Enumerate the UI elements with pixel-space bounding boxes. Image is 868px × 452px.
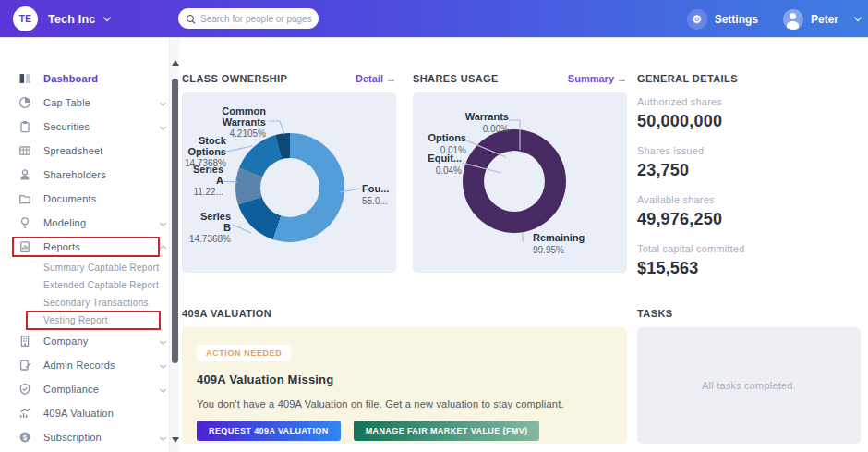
class-ownership-chart: Fou...55.0...SeriesB14.7368%SeriesA11.22… xyxy=(182,92,396,273)
sidebar-item-409a-valuation[interactable]: 409A Valuation xyxy=(0,401,181,425)
sidebar-item-label: Company xyxy=(43,336,88,347)
modeling-icon xyxy=(18,216,31,229)
settings-label: Settings xyxy=(715,13,758,26)
search-icon xyxy=(187,15,195,23)
search-input[interactable] xyxy=(200,14,319,24)
sidebar-item-company[interactable]: Company xyxy=(0,329,181,353)
chart-label-series-a: SeriesA11.22... xyxy=(193,165,223,198)
request-409a-valuation-button[interactable]: REQUEST 409A VALUATION xyxy=(197,421,341,441)
chevron-down-icon xyxy=(160,219,166,226)
sidebar-item-dashboard[interactable]: Dashboard xyxy=(0,67,181,91)
detail-value: $15,563 xyxy=(637,259,861,278)
tasks-title: TASKS xyxy=(637,308,672,319)
shares-usage-title: SHARES USAGE xyxy=(413,73,499,84)
topbar: TE Tech Inc ⚙ Settings Peter xyxy=(0,0,868,38)
sidebar-item-vesting-report[interactable]: Vesting Report xyxy=(0,312,181,329)
chart-label-equity: Equit...0.04% xyxy=(428,153,462,176)
documents-icon xyxy=(18,192,31,205)
valuation-title: 409A VALUATION xyxy=(182,308,271,319)
detail-label: Total capital committed xyxy=(637,243,861,254)
donut-class-chart xyxy=(235,133,344,242)
general-details-header: GENERAL DETAILS xyxy=(637,72,861,85)
compliance-icon xyxy=(18,383,31,396)
chart-label-stock-options: StockOptions14.7368% xyxy=(185,136,226,169)
sidebar-item-documents[interactable]: Documents xyxy=(0,187,181,211)
user-avatar xyxy=(783,9,803,30)
user-menu[interactable]: Peter xyxy=(783,9,861,30)
class-ownership-title: CLASS OWNERSHIP xyxy=(182,73,287,84)
sidebar-item-secondary-transactions[interactable]: Secondary Transactions xyxy=(0,294,181,312)
chart-label-warrants: Warrants0.00% xyxy=(465,112,509,134)
sidebar-item-label: Admin Records xyxy=(43,360,115,371)
app-root: TE Tech Inc ⚙ Settings Peter DashboardCa… xyxy=(0,0,868,452)
shareholders-icon xyxy=(18,168,31,181)
gear-icon: ⚙ xyxy=(687,9,707,30)
sidebar-item-label: Spreadsheet xyxy=(43,145,103,156)
general-detail-available-shares: Available shares49,976,250 xyxy=(637,194,861,229)
sidebar-item-label: Extended Captable Report xyxy=(43,280,159,290)
scrollbar-thumb[interactable] xyxy=(172,79,178,363)
sidebar-item-shareholders[interactable]: Shareholders xyxy=(0,163,181,187)
company-switcher[interactable]: Tech Inc xyxy=(48,0,110,38)
settings-button[interactable]: ⚙ Settings xyxy=(687,9,758,30)
sidebar-item-label: Securities xyxy=(43,121,90,132)
general-detail-total-capital-committed: Total capital committed$15,563 xyxy=(637,243,861,278)
manage-fmv-button[interactable]: MANAGE FAIR MARKET VALUE (FMV) xyxy=(354,421,540,441)
scroll-down-arrow-icon[interactable] xyxy=(172,437,179,443)
company-name: Tech Inc xyxy=(48,13,95,26)
chevron-down-icon xyxy=(160,337,166,344)
user-name: Peter xyxy=(811,13,838,26)
sidebar-scrollbar[interactable] xyxy=(169,38,179,452)
general-details-list: Authorized shares50,000,000Shares issued… xyxy=(637,96,861,292)
donut-shares-chart xyxy=(463,129,566,233)
chart-label-founders: Fou...55.0... xyxy=(362,184,389,206)
sidebar-item-subscription[interactable]: $Subscription xyxy=(0,425,181,449)
sidebar-item-reports[interactable]: Reports xyxy=(0,235,181,259)
class-ownership-detail-link[interactable]: Detail→ xyxy=(356,73,396,84)
sidebar-item-cap-table[interactable]: Cap Table xyxy=(0,91,181,115)
sidebar-item-extended-captable-report[interactable]: Extended Captable Report xyxy=(0,276,181,294)
tasks-empty-text: All tasks completed. xyxy=(702,380,796,391)
detail-label: Authorized shares xyxy=(637,96,861,107)
sidebar-item-label: Subscription xyxy=(43,432,102,443)
sidebar-item-label: Reports xyxy=(43,241,80,252)
scroll-up-arrow-icon[interactable] xyxy=(172,60,179,66)
detail-value: 50,000,000 xyxy=(637,112,861,131)
shares-usage-summary-link[interactable]: Summary→ xyxy=(568,73,627,84)
class-ownership-header: CLASS OWNERSHIP Detail→ xyxy=(182,72,396,85)
detail-value: 49,976,250 xyxy=(637,210,861,229)
chevron-down-icon xyxy=(160,385,166,392)
company-initials: TE xyxy=(19,14,32,24)
sidebar-item-label: Compliance xyxy=(43,384,99,395)
chart-label-remaining: Remaining99.95% xyxy=(533,233,585,255)
company-avatar[interactable]: TE xyxy=(13,6,38,31)
sidebar-item-label: Documents xyxy=(43,193,96,204)
sidebar-item-label: Secondary Transactions xyxy=(43,298,149,308)
general-details-title: GENERAL DETAILS xyxy=(637,73,738,84)
sidebar-nav: DashboardCap TableSecuritiesSpreadsheetS… xyxy=(0,38,181,449)
reports-icon xyxy=(18,240,31,253)
sidebar-item-label: Modeling xyxy=(43,217,86,228)
sidebar-item-label: 409A Valuation xyxy=(43,408,114,419)
arrow-right-icon: → xyxy=(386,73,396,84)
general-detail-shares-issued: Shares issued23,750 xyxy=(637,145,861,180)
chart-label-common-warrants: CommonWarrants4.2105% xyxy=(222,106,266,140)
sidebar-item-spreadsheet[interactable]: Spreadsheet xyxy=(0,139,181,163)
sidebar-item-summary-captable-report[interactable]: Summary Captable Report xyxy=(0,259,181,276)
valuation-missing-body: You don't have a 409A Valuation on file.… xyxy=(197,398,612,409)
detail-label: Shares issued xyxy=(637,145,861,156)
chevron-down-icon xyxy=(160,123,166,129)
svg-text:$: $ xyxy=(23,434,28,442)
sidebar-item-compliance[interactable]: Compliance xyxy=(0,377,181,401)
sidebar-item-admin-records[interactable]: Admin Records xyxy=(0,353,181,377)
securities-icon xyxy=(18,120,31,133)
dashboard-icon xyxy=(18,72,31,85)
general-detail-authorized-shares: Authorized shares50,000,000 xyxy=(637,96,861,131)
sidebar-item-securities[interactable]: Securities xyxy=(0,115,181,139)
arrow-right-icon: → xyxy=(617,73,627,84)
chevron-down-icon xyxy=(160,361,166,368)
sidebar-item-modeling[interactable]: Modeling xyxy=(0,211,181,235)
company-icon xyxy=(18,335,31,348)
search-bar[interactable] xyxy=(178,8,319,29)
detail-label: Available shares xyxy=(637,194,861,205)
